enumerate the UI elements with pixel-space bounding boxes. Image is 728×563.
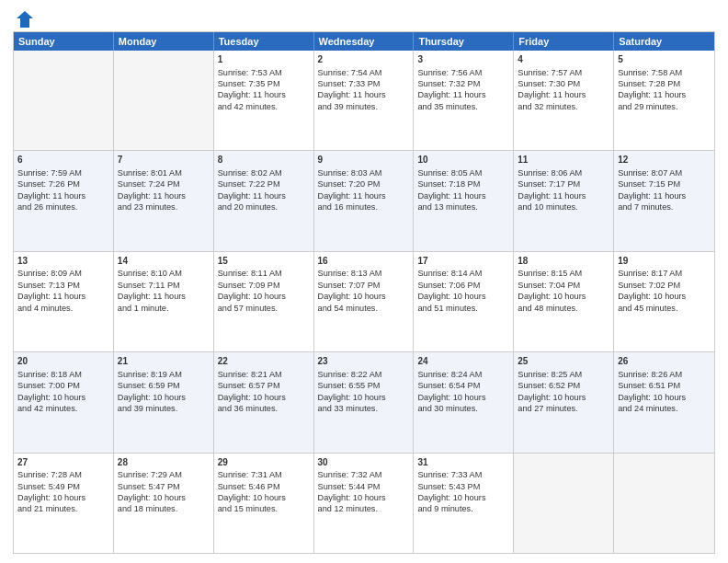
day-line-3: Daylight: 10 hours xyxy=(118,393,186,402)
day-line-2: Sunset: 6:57 PM xyxy=(218,381,280,390)
day-number: 14 xyxy=(118,255,210,268)
header-day-sunday: Sunday xyxy=(14,32,114,51)
day-line-1: Sunrise: 7:29 AM xyxy=(118,470,182,479)
logo-icon xyxy=(15,9,35,29)
day-cell-20: 20Sunrise: 8:18 AMSunset: 7:00 PMDayligh… xyxy=(14,352,114,452)
day-line-1: Sunrise: 8:22 AM xyxy=(318,370,382,379)
day-line-2: Sunset: 6:59 PM xyxy=(118,381,180,390)
day-line-2: Sunset: 7:28 PM xyxy=(618,79,680,88)
day-line-2: Sunset: 6:51 PM xyxy=(618,381,680,390)
day-cell-10: 10Sunrise: 8:05 AMSunset: 7:18 PMDayligh… xyxy=(414,151,514,250)
day-line-3: Daylight: 10 hours xyxy=(618,292,686,301)
day-line-4: and 54 minutes. xyxy=(318,304,378,313)
day-line-3: Daylight: 11 hours xyxy=(318,191,386,201)
day-line-3: Daylight: 10 hours xyxy=(218,493,286,502)
day-number: 28 xyxy=(118,456,210,469)
day-line-4: and 36 minutes. xyxy=(218,404,278,413)
day-line-4: and 29 minutes. xyxy=(618,102,677,111)
day-line-3: Daylight: 11 hours xyxy=(518,90,586,99)
day-number: 29 xyxy=(218,456,310,469)
day-cell-14: 14Sunrise: 8:10 AMSunset: 7:11 PMDayligh… xyxy=(114,252,214,351)
day-line-3: Daylight: 11 hours xyxy=(417,90,485,99)
day-line-4: and 26 minutes. xyxy=(17,202,77,212)
svg-marker-0 xyxy=(17,11,33,28)
day-line-4: and 35 minutes. xyxy=(417,102,477,111)
day-cell-28: 28Sunrise: 7:29 AMSunset: 5:47 PMDayligh… xyxy=(114,454,214,553)
day-cell-29: 29Sunrise: 7:31 AMSunset: 5:46 PMDayligh… xyxy=(214,454,314,553)
day-cell-24: 24Sunrise: 8:24 AMSunset: 6:54 PMDayligh… xyxy=(414,352,514,452)
day-line-2: Sunset: 7:22 PM xyxy=(218,179,280,189)
day-number: 31 xyxy=(417,456,509,469)
day-line-3: Daylight: 11 hours xyxy=(318,90,386,99)
day-line-1: Sunrise: 7:54 AM xyxy=(318,68,382,77)
day-line-3: Daylight: 10 hours xyxy=(618,393,686,402)
day-number: 3 xyxy=(417,53,509,66)
day-line-1: Sunrise: 7:28 AM xyxy=(17,470,82,479)
day-line-3: Daylight: 10 hours xyxy=(318,393,386,402)
day-line-3: Daylight: 10 hours xyxy=(17,393,85,402)
day-line-2: Sunset: 6:52 PM xyxy=(518,381,580,390)
day-line-1: Sunrise: 7:33 AM xyxy=(417,470,482,479)
day-cell-26: 26Sunrise: 8:26 AMSunset: 6:51 PMDayligh… xyxy=(614,352,714,452)
day-line-3: Daylight: 11 hours xyxy=(618,191,686,201)
day-number: 1 xyxy=(218,53,310,66)
day-line-2: Sunset: 7:35 PM xyxy=(218,79,280,88)
day-line-2: Sunset: 7:18 PM xyxy=(417,179,480,189)
header-day-thursday: Thursday xyxy=(414,32,514,51)
day-cell-30: 30Sunrise: 7:32 AMSunset: 5:44 PMDayligh… xyxy=(314,454,415,553)
day-line-3: Daylight: 11 hours xyxy=(218,191,286,201)
day-line-4: and 21 minutes. xyxy=(17,504,77,513)
day-line-3: Daylight: 11 hours xyxy=(118,292,186,301)
day-line-1: Sunrise: 8:05 AM xyxy=(417,168,482,178)
day-line-2: Sunset: 7:00 PM xyxy=(17,381,80,390)
day-line-1: Sunrise: 8:02 AM xyxy=(218,168,282,178)
day-line-1: Sunrise: 8:14 AM xyxy=(417,269,482,278)
day-line-1: Sunrise: 7:53 AM xyxy=(218,68,282,77)
day-line-2: Sunset: 7:15 PM xyxy=(618,179,680,189)
day-line-4: and 18 minutes. xyxy=(118,504,177,513)
day-line-4: and 42 minutes. xyxy=(17,404,77,413)
day-line-4: and 51 minutes. xyxy=(417,304,477,313)
day-line-4: and 24 minutes. xyxy=(618,404,677,413)
logo xyxy=(13,9,35,26)
day-line-4: and 20 minutes. xyxy=(218,202,278,212)
day-line-1: Sunrise: 8:17 AM xyxy=(618,269,682,278)
day-number: 13 xyxy=(17,255,109,268)
day-number: 16 xyxy=(318,255,410,268)
day-number: 25 xyxy=(518,355,609,368)
day-number: 11 xyxy=(518,154,609,167)
day-line-4: and 39 minutes. xyxy=(318,102,378,111)
day-line-3: Daylight: 11 hours xyxy=(118,191,186,201)
day-cell-22: 22Sunrise: 8:21 AMSunset: 6:57 PMDayligh… xyxy=(214,352,314,452)
day-line-1: Sunrise: 8:07 AM xyxy=(618,168,682,178)
day-number: 23 xyxy=(318,355,410,368)
day-line-4: and 33 minutes. xyxy=(318,404,378,413)
day-line-2: Sunset: 7:07 PM xyxy=(318,281,381,290)
day-number: 4 xyxy=(518,53,609,66)
day-line-4: and 27 minutes. xyxy=(518,404,577,413)
day-cell-13: 13Sunrise: 8:09 AMSunset: 7:13 PMDayligh… xyxy=(14,252,114,351)
calendar-row-5: 27Sunrise: 7:28 AMSunset: 5:49 PMDayligh… xyxy=(14,453,714,553)
day-cell-23: 23Sunrise: 8:22 AMSunset: 6:55 PMDayligh… xyxy=(314,352,415,452)
day-line-4: and 30 minutes. xyxy=(417,404,477,413)
day-cell-3: 3Sunrise: 7:56 AMSunset: 7:32 PMDaylight… xyxy=(414,51,514,150)
day-number: 19 xyxy=(618,255,711,268)
header-day-tuesday: Tuesday xyxy=(214,32,314,51)
page: SundayMondayTuesdayWednesdayThursdayFrid… xyxy=(0,0,728,563)
day-line-2: Sunset: 7:04 PM xyxy=(518,281,580,290)
day-number: 30 xyxy=(318,456,410,469)
day-cell-18: 18Sunrise: 8:15 AMSunset: 7:04 PMDayligh… xyxy=(514,252,614,351)
day-number: 15 xyxy=(218,255,310,268)
day-line-4: and 4 minutes. xyxy=(17,304,73,313)
day-number: 17 xyxy=(417,255,509,268)
empty-cell xyxy=(614,454,714,553)
day-line-1: Sunrise: 8:13 AM xyxy=(318,269,382,278)
day-cell-25: 25Sunrise: 8:25 AMSunset: 6:52 PMDayligh… xyxy=(514,352,614,452)
day-line-1: Sunrise: 8:03 AM xyxy=(318,168,382,178)
day-line-1: Sunrise: 8:15 AM xyxy=(518,269,582,278)
day-number: 27 xyxy=(17,456,109,469)
day-number: 24 xyxy=(417,355,509,368)
day-line-2: Sunset: 7:02 PM xyxy=(618,281,680,290)
day-cell-7: 7Sunrise: 8:01 AMSunset: 7:24 PMDaylight… xyxy=(114,151,214,250)
day-line-1: Sunrise: 8:19 AM xyxy=(118,370,182,379)
